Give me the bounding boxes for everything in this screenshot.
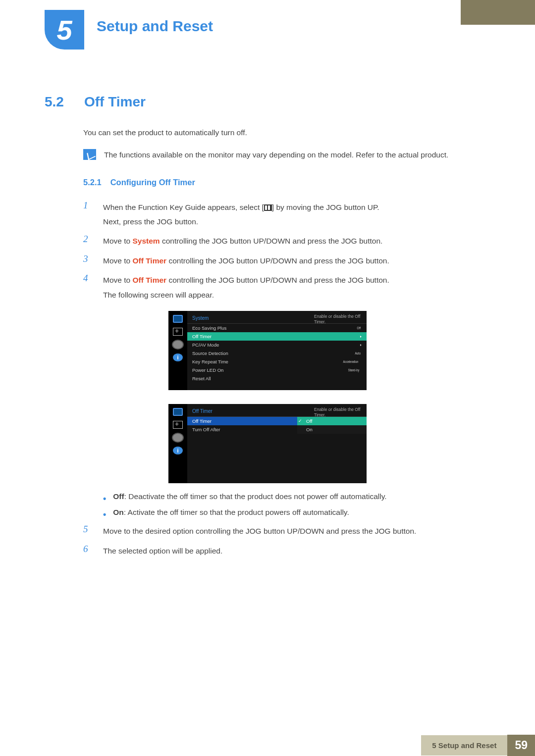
osd-menu-item: Key Repeat TimeAcceleration: [187, 357, 367, 366]
step-number: 5: [83, 524, 93, 535]
gear-icon: [173, 341, 183, 349]
step-number: 2: [83, 234, 93, 245]
section-number: 5.2: [45, 94, 72, 110]
step-1: 1 When the Function Key Guide appears, s…: [83, 200, 490, 229]
bullet-on: • On: Activate the off timer so that the…: [103, 508, 490, 519]
check-icon: ✓: [298, 418, 302, 423]
osd-item-label: Eco Saving Plus: [192, 325, 226, 331]
osd-item-label: PC/AV Mode: [192, 342, 219, 348]
osd-item-value: Off: [357, 326, 361, 330]
note-icon: [83, 149, 96, 160]
step-number: 1: [83, 200, 93, 211]
osd-option-label: On: [302, 427, 313, 432]
osd-item-label: Turn Off After: [192, 427, 220, 432]
step-1-a: When the Function Key Guide appears, sel…: [103, 203, 264, 211]
osd-item-value: ▸: [360, 343, 362, 347]
subsection-title: Configuring Off Timer: [110, 178, 195, 187]
section-title: Off Timer: [84, 94, 146, 110]
info-icon: i: [173, 447, 183, 454]
header-decor: [461, 0, 535, 25]
step-text: Move to System controlling the JOG butto…: [103, 234, 382, 248]
step-4-next: The following screen will appear.: [103, 291, 214, 299]
on-desc: : Activate the off timer so that the pro…: [124, 508, 349, 516]
osd-hint: Enable or disable the Off Timer.: [314, 407, 364, 418]
monitor-icon: [173, 315, 183, 323]
step-number: 3: [83, 253, 93, 264]
step-3-b: controlling the JOG button UP/DOWN and p…: [166, 256, 389, 265]
step-text: Move to Off Timer controlling the JOG bu…: [103, 273, 389, 302]
step-text: When the Function Key Guide appears, sel…: [103, 200, 379, 229]
osd-menu-item: Reset All: [187, 374, 367, 383]
move-icon: [173, 421, 183, 429]
bullet-off: • Off: Deactivate the off timer so that …: [103, 492, 490, 503]
osd-item-label: Reset All: [192, 376, 211, 381]
step-number: 6: [83, 544, 93, 554]
osd-main: Off Timer Off TimerTurn Off After ✓ Off …: [187, 404, 367, 483]
step-4: 4 Move to Off Timer controlling the JOG …: [83, 273, 490, 302]
footer-chapter: 5 Setup and Reset: [421, 735, 507, 756]
step-2-b: controlling the JOG button UP/DOWN and p…: [160, 237, 383, 245]
footer-page-number: 59: [507, 735, 535, 756]
chapter-title: Setup and Reset: [97, 18, 213, 35]
step-6: 6 The selected option will be applied.: [83, 544, 490, 558]
step-3-a: Move to: [103, 256, 132, 265]
osd-item-label: Key Repeat Time: [192, 359, 228, 364]
info-icon: i: [173, 353, 183, 361]
osd-item-label: Off Timer: [192, 418, 212, 424]
osd-options-panel: ✓ Off On: [297, 417, 367, 434]
step-1-b: ] by moving the JOG button UP.: [272, 203, 379, 211]
osd-hint: Enable or disable the Off Timer.: [314, 314, 364, 325]
keyword-system: System: [132, 237, 160, 245]
subsection-heading: 5.2.1 Configuring Off Timer: [83, 178, 490, 187]
keyword-offtimer: Off Timer: [132, 256, 166, 265]
keyword-offtimer: Off Timer: [132, 276, 166, 284]
osd-option-label: Off: [302, 418, 313, 424]
osd-item-value: ▸: [360, 334, 362, 339]
off-label: Off: [113, 492, 124, 501]
osd-sidebar-icons: i: [168, 311, 187, 390]
osd-item-value: Auto: [355, 351, 361, 355]
osd-item-label: Off Timer: [192, 334, 212, 339]
osd-menu-item: Turn Off After: [187, 425, 297, 434]
osd-menu-item: Off Timer: [187, 417, 297, 425]
osd-option: ✓ Off: [297, 417, 367, 425]
bullet-dot-icon: •: [103, 510, 106, 519]
note: The functions available on the monitor m…: [83, 149, 490, 160]
osd-sidebar-icons: i: [168, 404, 187, 483]
osd-screenshots: i System Eco Saving PlusOffOff Timer▸PC/…: [45, 311, 490, 483]
osd-item-label: Power LED On: [192, 367, 223, 373]
step-1-next: Next, press the JOG button.: [103, 217, 198, 226]
step-5: 5 Move to the desired option controlling…: [83, 524, 490, 538]
step-3: 3 Move to Off Timer controlling the JOG …: [83, 253, 490, 268]
option-descriptions: • Off: Deactivate the off timer so that …: [103, 492, 490, 519]
osd-option: On: [297, 425, 367, 434]
move-icon: [173, 328, 183, 336]
on-label: On: [113, 508, 124, 516]
osd-item-value: Stand-by: [348, 368, 359, 372]
osd-menu-item: Off Timer▸: [187, 332, 367, 341]
step-text: Move to Off Timer controlling the JOG bu…: [103, 253, 389, 268]
step-4-a: Move to: [103, 276, 132, 284]
section-intro: You can set the product to automatically…: [83, 127, 490, 138]
page-footer: 5 Setup and Reset 59: [421, 735, 535, 756]
subsection-number: 5.2.1: [83, 178, 102, 187]
step-4-b: controlling the JOG button UP/DOWN and p…: [166, 276, 389, 284]
off-desc: : Deactivate the off timer so that the p…: [124, 492, 387, 501]
step-text: Move to the desired option controlling t…: [103, 524, 416, 538]
gear-icon: [173, 434, 183, 442]
step-2-a: Move to: [103, 237, 132, 245]
osd-system-menu: i System Eco Saving PlusOffOff Timer▸PC/…: [168, 311, 367, 390]
osd-menu-item: Source DetectionAuto: [187, 349, 367, 357]
bullet-dot-icon: •: [103, 494, 106, 503]
osd-offtimer-menu: i Off Timer Off TimerTurn Off After ✓ Of…: [168, 404, 367, 483]
step-text: The selected option will be applied.: [103, 544, 222, 558]
osd-main: System Eco Saving PlusOffOff Timer▸PC/AV…: [187, 311, 367, 390]
osd-menu-item: Eco Saving PlusOff: [187, 324, 367, 332]
osd-item-label: Source Detection: [192, 351, 228, 356]
section-heading: 5.2 Off Timer: [45, 94, 490, 110]
osd-menu-item: PC/AV Mode▸: [187, 341, 367, 349]
monitor-icon: [173, 408, 183, 416]
step-number: 4: [83, 273, 93, 284]
chapter-number: 5: [56, 14, 72, 46]
osd-item-value: Acceleration: [343, 359, 359, 364]
